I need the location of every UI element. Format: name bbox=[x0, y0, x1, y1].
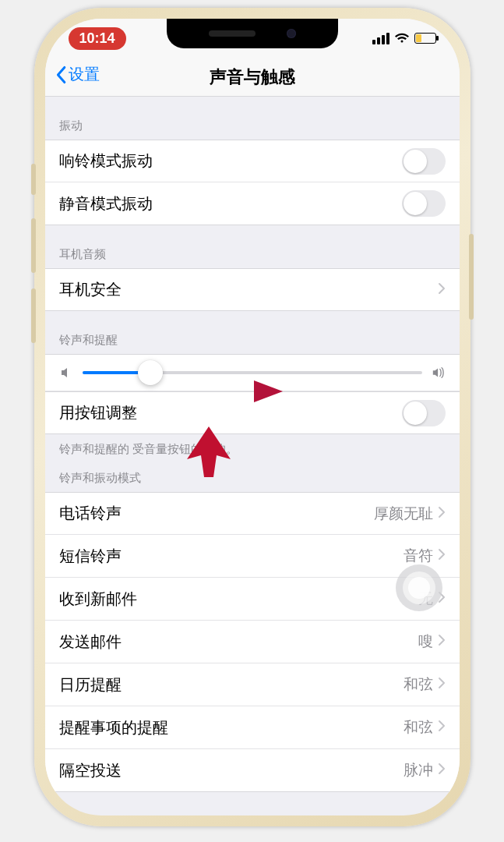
toggle-ring-vibrate[interactable] bbox=[402, 148, 446, 175]
wifi-icon bbox=[394, 30, 410, 46]
row-headphone-safety[interactable]: 耳机安全 bbox=[45, 268, 460, 311]
row-label: 日历提醒 bbox=[59, 674, 404, 695]
chevron-right-icon bbox=[438, 506, 446, 522]
row-label: 用按钮调整 bbox=[59, 402, 402, 423]
row-value: 厚颜无耻 bbox=[374, 504, 433, 524]
chevron-right-icon bbox=[438, 282, 446, 298]
row-ring-vibrate[interactable]: 响铃模式振动 bbox=[45, 140, 460, 182]
content: 振动 响铃模式振动 静音模式振动 耳机音频 耳机安全 bbox=[45, 97, 460, 815]
section-ringtone-pattern-header: 铃声和振动模式 bbox=[45, 460, 460, 492]
mute-switch bbox=[31, 164, 36, 195]
screen: 10:14 设置 声音与触感 振动 bbox=[45, 19, 460, 815]
battery-icon bbox=[414, 33, 436, 44]
row-label: 短信铃声 bbox=[59, 546, 404, 567]
row-label: 电话铃声 bbox=[59, 503, 374, 524]
section-headphone-header: 耳机音频 bbox=[45, 225, 460, 268]
row-ringtone[interactable]: 电话铃声 厚颜无耻 bbox=[45, 492, 460, 535]
row-label: 提醒事项的提醒 bbox=[59, 717, 404, 738]
speaker-high-icon bbox=[432, 366, 446, 380]
row-value: 脉冲 bbox=[404, 760, 433, 780]
section-ringer-header: 铃声和提醒 bbox=[45, 311, 460, 354]
back-button[interactable]: 设置 bbox=[55, 64, 100, 85]
volume-slider-row bbox=[45, 354, 460, 391]
power-button bbox=[469, 234, 474, 320]
row-value: 和弦 bbox=[404, 717, 433, 738]
row-label: 发送邮件 bbox=[59, 632, 418, 653]
row-change-with-buttons[interactable]: 用按钮调整 bbox=[45, 391, 460, 434]
volume-up-button bbox=[31, 218, 36, 273]
volume-slider[interactable] bbox=[83, 371, 422, 374]
cellular-icon bbox=[372, 33, 389, 44]
row-reminders[interactable]: 提醒事项的提醒 和弦 bbox=[45, 706, 460, 749]
speaker-low-icon bbox=[59, 366, 73, 380]
slider-thumb[interactable] bbox=[138, 360, 163, 385]
row-label: 隔空投送 bbox=[59, 760, 404, 781]
status-time: 10:14 bbox=[69, 27, 126, 50]
section-vibration-header: 振动 bbox=[45, 97, 460, 140]
row-sent-mail[interactable]: 发送邮件 嗖 bbox=[45, 621, 460, 663]
notch bbox=[167, 19, 338, 48]
chevron-right-icon bbox=[438, 634, 446, 649]
ringer-footer-note: 铃声和提醒的 受音量按钮的影响。 bbox=[45, 434, 460, 460]
toggle-change-with-buttons[interactable] bbox=[402, 400, 446, 426]
row-value: 嗖 bbox=[418, 632, 433, 652]
volume-down-button bbox=[31, 288, 36, 343]
chevron-right-icon bbox=[438, 762, 446, 778]
phone-frame: 10:14 设置 声音与触感 振动 bbox=[34, 8, 471, 826]
row-calendar[interactable]: 日历提醒 和弦 bbox=[45, 663, 460, 706]
row-value: 音符 bbox=[404, 546, 433, 566]
row-silent-vibrate[interactable]: 静音模式振动 bbox=[45, 182, 460, 225]
row-value: 和弦 bbox=[404, 674, 433, 695]
chevron-right-icon bbox=[438, 548, 446, 564]
chevron-right-icon bbox=[438, 720, 446, 735]
row-airdrop[interactable]: 隔空投送 脉冲 bbox=[45, 749, 460, 792]
chevron-right-icon bbox=[438, 677, 446, 692]
assistive-touch-button[interactable] bbox=[396, 564, 442, 611]
row-label: 耳机安全 bbox=[59, 279, 438, 300]
row-label: 收到新邮件 bbox=[59, 589, 418, 610]
row-texttone[interactable]: 短信铃声 音符 bbox=[45, 535, 460, 578]
row-label: 响铃模式振动 bbox=[59, 150, 402, 172]
back-label: 设置 bbox=[69, 64, 100, 85]
row-label: 静音模式振动 bbox=[59, 193, 402, 214]
toggle-silent-vibrate[interactable] bbox=[402, 190, 446, 217]
page-title: 声音与触感 bbox=[45, 65, 460, 89]
